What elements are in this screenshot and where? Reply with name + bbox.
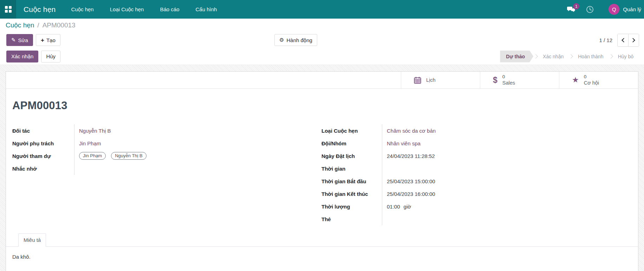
status-pipeline: Dự thảo Xác nhận Hoàn thành Hủy bỏ — [500, 51, 638, 62]
breadcrumb-current: APM00013 — [43, 21, 76, 29]
apps-grid-icon — [5, 6, 12, 13]
pager-next-button[interactable] — [628, 34, 639, 46]
field-row-attendees: Người tham dự Jin Phạm Nguyễn Thị B — [12, 150, 321, 162]
field-row-appointment-type: Loại Cuộc hẹn Chăm sóc da cơ bản — [321, 124, 632, 137]
field-label: Thời lượng — [321, 200, 382, 213]
sales-stat-label: Sales — [502, 80, 515, 86]
field-label: Người tham dự — [12, 150, 74, 162]
end-time-value: 25/04/2023 16:00:00 — [387, 191, 435, 197]
breadcrumb-parent-link[interactable]: Cuộc hẹn — [6, 21, 34, 29]
nav-item-appointment-types[interactable]: Loại Cuộc hẹn — [110, 6, 144, 12]
pencil-icon: ✎ — [11, 37, 16, 43]
avatar: Q — [609, 4, 619, 15]
pager: 1 / 12 — [599, 34, 639, 47]
breadcrumb-separator: / — [37, 21, 39, 29]
opportunity-stat-count: 0 — [584, 74, 599, 80]
field-row-duration: Thời lượng 01:00 giờ — [321, 200, 632, 213]
tab-description[interactable]: Miêu tả — [18, 233, 46, 247]
calendar-stat-label: Lịch — [426, 77, 436, 83]
empty-value — [74, 162, 321, 175]
attendee-tag: Jin Phạm — [79, 152, 106, 160]
field-label: Nhắc nhở — [12, 162, 74, 175]
edit-button[interactable]: ✎Sửa — [6, 34, 33, 46]
activities-button[interactable] — [586, 6, 594, 13]
top-navbar: Cuộc hẹn Cuộc hẹn Loại Cuộc hẹn Báo cáo … — [0, 0, 644, 19]
attendee-tag: Nguyễn Thị B — [111, 152, 147, 160]
field-row-responsible: Người phụ trách Jin Phạm — [12, 137, 321, 150]
start-time-value: 25/04/2023 15:00:00 — [387, 178, 435, 184]
stat-button-box: Lịch $ 0 Sales ★ 0 Cơ hội — [6, 72, 638, 89]
field-label: Thời gian Bắt đầu — [321, 175, 382, 187]
opportunity-stat-label: Cơ hội — [584, 80, 599, 86]
booking-date-value: 24/04/2023 11:28:52 — [387, 153, 435, 159]
duration-value: 01:00 — [387, 204, 400, 210]
state-separator-icon — [533, 54, 538, 59]
empty-value — [382, 213, 632, 225]
star-icon: ★ — [572, 76, 579, 84]
cancel-button[interactable]: Hủy — [41, 51, 60, 62]
field-label: Người phụ trách — [12, 137, 74, 150]
pager-previous-button[interactable] — [618, 34, 628, 46]
navbar-right: 1 Q Quản lý — [567, 4, 644, 15]
sheet-body: APM00013 Đối tác Nguyễn Thị B Người phụ … — [6, 99, 638, 267]
description-content: Da khô. — [6, 247, 638, 267]
sales-stat-button[interactable]: $ 0 Sales — [480, 72, 559, 88]
create-button[interactable]: +Tạo — [36, 34, 60, 46]
field-row-end-time: Thời gian Kết thúc 25/04/2023 16:00:00 — [321, 187, 632, 200]
field-row-start-time: Thời gian Bắt đầu 25/04/2023 15:00:00 — [321, 175, 632, 187]
state-done[interactable]: Hoàn thành — [573, 51, 608, 62]
nav-item-settings[interactable]: Cấu hình — [196, 6, 217, 12]
chevron-right-icon — [631, 38, 635, 42]
pager-value: 1 / 12 — [599, 37, 612, 43]
breadcrumb: Cuộc hẹn / APM00013 — [0, 19, 644, 32]
state-cancelled[interactable]: Hủy bỏ — [613, 51, 638, 62]
field-label: Đội/Nhóm — [321, 137, 382, 150]
user-name: Quản lý — [623, 6, 641, 12]
field-label: Thời gian — [321, 162, 382, 175]
state-draft[interactable]: Dự thảo — [500, 51, 533, 62]
right-field-group: Loại Cuộc hẹn Chăm sóc da cơ bản Đội/Nhó… — [321, 124, 632, 225]
field-row-partner: Đối tác Nguyễn Thị B — [12, 124, 321, 137]
field-row-booking-date: Ngày Đặt lịch 24/04/2023 11:28:52 — [321, 150, 632, 162]
field-row-team: Đội/Nhóm Nhân viên spa — [321, 137, 632, 150]
responsible-link[interactable]: Jin Phạm — [79, 140, 101, 146]
partner-link[interactable]: Nguyễn Thị B — [79, 128, 111, 134]
calendar-icon — [414, 77, 421, 84]
notebook: Miêu tả Da khô. — [12, 233, 632, 267]
chevron-left-icon — [622, 38, 626, 42]
app-brand[interactable]: Cuộc hẹn — [24, 5, 56, 14]
field-label: Loại Cuộc hẹn — [321, 124, 382, 137]
messages-button[interactable]: 1 — [567, 6, 575, 13]
message-count-badge: 1 — [573, 3, 579, 9]
opportunity-stat-button[interactable]: ★ 0 Cơ hội — [559, 72, 638, 88]
team-link[interactable]: Nhân viên spa — [387, 140, 421, 146]
user-menu[interactable]: Q Quản lý — [609, 4, 641, 15]
field-groups: Đối tác Nguyễn Thị B Người phụ trách Jin… — [12, 124, 632, 225]
field-row-reminder: Nhắc nhở — [12, 162, 321, 175]
appointment-type-link[interactable]: Chăm sóc da cơ bản — [387, 128, 436, 134]
field-label: Đối tác — [12, 124, 74, 137]
control-panel-buttons: ✎Sửa +Tạo ⚙Hành động 1 / 12 — [0, 32, 644, 48]
nav-item-reports[interactable]: Báo cáo — [160, 6, 179, 12]
dollar-icon: $ — [493, 76, 497, 84]
main-menu: Cuộc hẹn Loại Cuộc hẹn Báo cáo Cấu hình — [71, 6, 217, 12]
field-label: Ngày Đặt lịch — [321, 150, 382, 162]
action-menu-button[interactable]: ⚙Hành động — [274, 34, 317, 46]
state-separator-icon — [609, 54, 613, 59]
sales-stat-count: 0 — [502, 74, 515, 80]
state-separator-icon — [568, 54, 573, 59]
field-row-tags: Thẻ — [321, 213, 632, 225]
form-view-background: Lịch $ 0 Sales ★ 0 Cơ hội APM00013 — [0, 65, 644, 271]
calendar-stat-button[interactable]: Lịch — [401, 72, 480, 88]
form-statusbar: Xác nhận Hủy Dự thảo Xác nhận Hoàn thành… — [0, 48, 644, 65]
clock-icon — [586, 6, 594, 13]
gear-icon: ⚙ — [279, 37, 284, 43]
apps-menu-button[interactable] — [0, 0, 16, 19]
confirm-button[interactable]: Xác nhận — [6, 51, 38, 62]
field-label: Thẻ — [321, 213, 382, 225]
record-title: APM00013 — [12, 99, 632, 112]
state-confirmed[interactable]: Xác nhận — [538, 51, 568, 62]
empty-value — [382, 162, 632, 175]
nav-item-appointments[interactable]: Cuộc hẹn — [71, 6, 94, 12]
duration-unit: giờ — [404, 204, 411, 210]
